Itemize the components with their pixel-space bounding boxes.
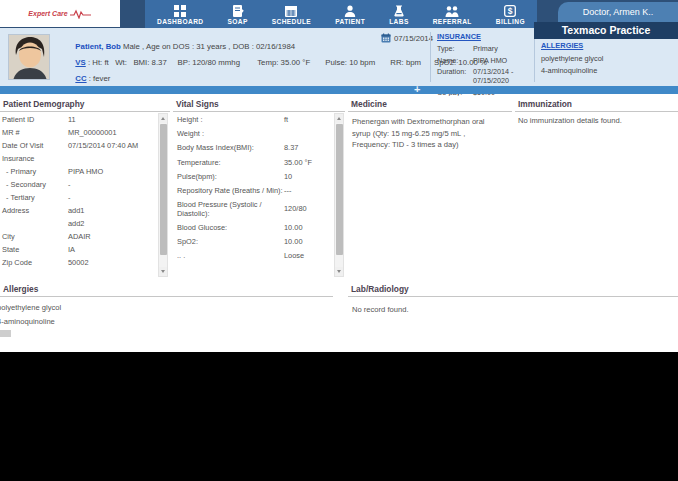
insurance-link[interactable]: INSURANCE [437, 32, 481, 41]
field-value: 10.00 [284, 238, 303, 247]
practice-name: Texmaco Practice [562, 24, 651, 36]
vital-signs-line: VS : Ht: ft Wt: BMI: 8.37 BP: 120/80 mmh… [58, 49, 487, 76]
field-label: Weight : [177, 130, 284, 139]
immunization-panel-body: No immunization details found. [518, 116, 673, 125]
field-value: Primary [473, 44, 498, 53]
panel-title: Patient Demography [3, 99, 84, 109]
field-value: PIPA HMO [68, 168, 103, 176]
billing-icon: $ [504, 5, 516, 17]
field-value: add2 [68, 220, 84, 228]
vitals-scrollbar[interactable] [334, 113, 344, 277]
table-row: MR #MR_00000001 [2, 129, 157, 137]
nav-dashboard[interactable]: DASHBOARD [155, 0, 205, 28]
scroll-up-arrow-icon[interactable] [335, 114, 343, 123]
field-value: 50002 [68, 259, 89, 267]
nav-referral[interactable]: REFERRAL [431, 0, 474, 28]
patient-photo [8, 34, 50, 80]
field-value: 10 [284, 173, 292, 182]
calendar-icon [381, 33, 391, 43]
cc-text: : fever [87, 74, 111, 83]
field-value: IA [68, 246, 75, 254]
table-row: Zip Code50002 [2, 259, 157, 267]
scrollbar-thumb[interactable] [160, 124, 167, 255]
demography-scrollbar[interactable] [158, 113, 168, 277]
field-value: 120/80 [284, 205, 307, 214]
nav-schedule[interactable]: SCHEDULE [270, 0, 313, 28]
vitals-panel-body: Height :ftWeight :Body Mass Index(BMI):8… [177, 116, 333, 266]
field-label: - Secondary [2, 181, 68, 189]
list-item: polyethylene glycol [541, 54, 675, 63]
scroll-up-arrow-icon[interactable] [159, 114, 167, 123]
field-label: Height : [177, 116, 284, 125]
table-row: Insurance [2, 155, 157, 163]
panel-header-vitals: Vital Signs [173, 96, 345, 112]
table-row: Pulse(bpm):10 [177, 173, 333, 182]
logged-in-user-name: Doctor, Armen K.. [583, 7, 654, 17]
logged-in-user-tab[interactable]: Doctor, Armen K.. [558, 2, 678, 22]
nav-billing[interactable]: $ BILLING [494, 0, 527, 28]
field-label: City [2, 233, 68, 241]
panel-header-medicine: Medicine [348, 96, 512, 112]
panel-header-demography: Patient Demography [0, 96, 170, 112]
allergies-panel-body: polyethylene glycol4-aminoquinoline [0, 303, 197, 331]
scrollbar-thumb[interactable] [336, 124, 343, 255]
field-label: MR # [2, 129, 68, 137]
table-row: - Tertiary- [2, 194, 157, 202]
app-logo[interactable]: Expert Care [0, 0, 120, 27]
panel-title: Immunization [518, 99, 572, 109]
field-value: MR_00000001 [68, 129, 117, 137]
field-value: 07/15/2014 07:40 AM [68, 142, 138, 150]
screen: Expert Care DASHBOARD [0, 0, 678, 481]
banner-collapse-bar: + [0, 86, 678, 94]
table-row: - Secondary- [2, 181, 157, 189]
field-label: Name: [437, 56, 473, 65]
logo-text: Expert Care [28, 10, 67, 17]
lab-radiology-panel-body: No record found. [352, 305, 409, 314]
field-value: 8.37 [284, 144, 298, 153]
field-label: Blood Glucose: [177, 224, 284, 233]
table-row: Weight : [177, 130, 333, 139]
panel-title: Medicine [351, 99, 387, 109]
nav-patient[interactable]: PATIENT [333, 0, 367, 28]
table-row: Body Mass Index(BMI):8.37 [177, 144, 333, 153]
nav-soap[interactable]: SOAP [225, 0, 249, 28]
field-label: Address [2, 207, 68, 215]
allergies-list: polyethylene glycol4-aminoquinoline [541, 54, 675, 76]
field-value: 07/13/2014 - 07/15/2020 [473, 67, 533, 85]
demography-panel-body: Patient ID11MR #MR_00000001Date Of Visit… [2, 116, 157, 272]
field-label: Repository Rate (Breaths / Min): [177, 187, 284, 196]
visit-date-value: 07/15/2014 [394, 34, 433, 43]
nav-labs[interactable]: LABS [387, 0, 411, 28]
field-value: PIPA HMO [473, 56, 507, 65]
patient-icon [344, 5, 356, 17]
panel-title: Vital Signs [176, 99, 219, 109]
status-corner-chip [0, 330, 11, 337]
field-value: - [68, 181, 70, 189]
scroll-down-arrow-icon[interactable] [335, 267, 343, 276]
table-row: Temperature:35.00 °F [177, 159, 333, 168]
field-label: Patient ID [2, 116, 68, 124]
table-row: Addressadd1 [2, 207, 157, 215]
allergies-link[interactable]: ALLERGIES [541, 41, 583, 50]
field-value: - [68, 194, 70, 202]
medicine-panel-body: Phenergan with Dextromethorphan oral syr… [352, 116, 504, 151]
table-row: StateIA [2, 246, 157, 254]
patient-portrait [9, 35, 50, 80]
scroll-down-arrow-icon[interactable] [159, 267, 167, 276]
nav-label: PATIENT [335, 18, 365, 25]
immunization-empty-message: No immunization details found. [518, 116, 622, 125]
panel-title: Lab/Radiology [351, 284, 409, 294]
panel-title: Allergies [3, 284, 38, 294]
cc-link[interactable]: CC [75, 74, 86, 83]
vs-summary-text: : Ht: ft Wt: BMI: 8.37 BP: 120/80 mmhg T… [86, 58, 487, 67]
visit-date-picker[interactable]: 07/15/2014 [381, 33, 433, 43]
field-label: Date Of Visit [2, 142, 68, 150]
expand-toggle-icon[interactable]: + [414, 84, 420, 95]
banner-divider [534, 32, 535, 82]
field-label: Type: [437, 44, 473, 53]
field-value: Loose [284, 252, 304, 261]
nav-label: REFERRAL [433, 18, 472, 25]
table-row: Blood Pressure (Systolic / Diastolic):12… [177, 201, 333, 218]
allergies-summary: ALLERGIES polyethylene glycol4-aminoquin… [541, 41, 675, 75]
field-value: add1 [68, 207, 84, 215]
